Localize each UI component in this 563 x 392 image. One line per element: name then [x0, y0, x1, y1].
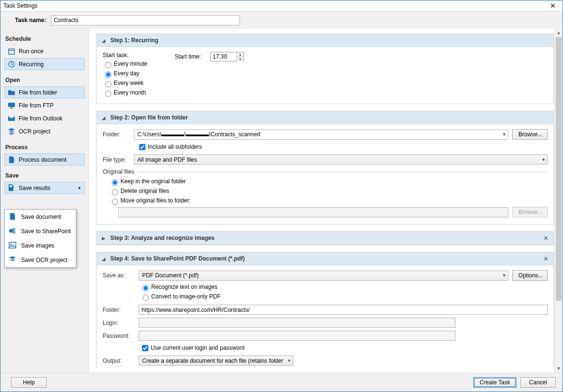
sidebar-item-file-from-outlook[interactable]: File from Outlook	[4, 112, 84, 124]
step-2-header[interactable]: ◢ Step 2: Open file from folder	[97, 111, 553, 124]
save-as-value: PDF Document (*.pdf)	[142, 272, 199, 279]
file-type-combo[interactable]: All image and PDF files ▼	[134, 154, 548, 165]
password-label: Password:	[103, 333, 139, 339]
output-combo[interactable]: Create a separate document for each file…	[139, 356, 293, 366]
menu-label: Save images	[21, 242, 54, 249]
sidebar-item-file-from-folder[interactable]: File from folder	[4, 86, 84, 98]
sidebar-label: Process document	[19, 156, 66, 163]
include-subfolders-checkbox[interactable]: Include all subfolders	[137, 143, 202, 152]
save-results-menu: Save document Save to SharePoint Save im…	[4, 209, 76, 268]
menu-label: Save to SharePoint	[21, 228, 71, 235]
sp-folder-label: Folder:	[103, 307, 139, 313]
sidebar-item-save-results[interactable]: Save results ▼	[4, 182, 84, 194]
sidebar-label: Save results	[19, 185, 50, 191]
save-as-combo[interactable]: PDF Document (*.pdf) ▼	[139, 271, 508, 281]
step-3-panel: ▶ Step 3: Analyze and recognize images ✕	[96, 231, 554, 245]
create-task-button[interactable]: Create Task	[473, 377, 516, 388]
radio-every-day[interactable]: Every day	[103, 70, 156, 78]
file-type-label: File type:	[103, 156, 134, 163]
svg-rect-3	[8, 103, 15, 107]
chevron-down-icon: ▼	[287, 358, 291, 363]
spin-up-icon[interactable]: ▲	[237, 52, 243, 57]
radio-every-month[interactable]: Every month	[103, 89, 156, 97]
step-1-panel: ◢ Step 1: Recurring Start task: Every mi…	[96, 34, 554, 104]
task-name-input[interactable]	[51, 15, 240, 25]
svg-point-7	[12, 231, 15, 234]
scroll-track[interactable]	[555, 37, 563, 365]
bottom-bar: Help Create Task Cancel	[0, 373, 563, 392]
step-4-header[interactable]: ◢ Step 4: Save to SharePoint PDF Documen…	[97, 252, 553, 265]
process-heading: Process	[5, 144, 84, 151]
scroll-thumb[interactable]	[556, 37, 562, 301]
options-button[interactable]: Options...	[512, 270, 548, 281]
step-title: Step 1: Recurring	[110, 37, 158, 44]
scroll-down-icon[interactable]: ▼	[555, 365, 563, 373]
close-step-icon[interactable]: ✕	[543, 255, 549, 262]
svg-point-6	[12, 228, 15, 231]
original-files-group: Original files Keep in the original fold…	[103, 168, 548, 217]
radio-image-only[interactable]: Convert to image-only PDF	[140, 293, 548, 301]
content-pane: ◢ Step 1: Recurring Start task: Every mi…	[89, 29, 563, 373]
menu-item-save-images[interactable]: Save images	[5, 238, 76, 253]
sidebar: Schedule Run once Recurring Open File fr…	[0, 29, 89, 373]
move-folder-input	[118, 207, 508, 217]
step-2-panel: ◢ Step 2: Open file from folder Folder: …	[96, 111, 554, 225]
radio-keep-original[interactable]: Keep in the original folder	[109, 178, 548, 186]
radio-delete-original[interactable]: Delete original files	[109, 188, 548, 195]
title-bar: Task Settings ✕	[0, 0, 563, 12]
use-current-user-checkbox[interactable]: Use current user login and password	[140, 344, 244, 353]
document-icon	[7, 155, 16, 164]
output-value: Create a separate document for each file…	[142, 357, 283, 364]
sidebar-label: Recurring	[19, 61, 44, 68]
help-button[interactable]: Help	[11, 377, 47, 388]
document-icon	[9, 213, 17, 221]
start-time-spinner[interactable]: 17:30 ▲▼	[210, 52, 244, 61]
vertical-scrollbar[interactable]: ▲ ▼	[554, 29, 563, 373]
output-label: Output:	[103, 357, 139, 364]
sidebar-label: File from Outlook	[19, 115, 62, 122]
sidebar-item-ocr-project[interactable]: OCR project	[4, 125, 84, 137]
sidebar-label: File from FTP	[19, 102, 54, 109]
image-icon	[9, 241, 17, 250]
move-browse-button: Browse...	[512, 207, 548, 217]
step-3-header[interactable]: ▶ Step 3: Analyze and recognize images ✕	[97, 232, 553, 245]
login-label: Login:	[103, 320, 139, 326]
cancel-button[interactable]: Cancel	[520, 377, 556, 388]
browse-button[interactable]: Browse...	[512, 129, 548, 140]
menu-item-save-sharepoint[interactable]: Save to SharePoint	[5, 224, 76, 238]
step-1-header[interactable]: ◢ Step 1: Recurring	[97, 34, 553, 47]
sp-folder-input[interactable]	[139, 305, 548, 315]
main-area: Schedule Run once Recurring Open File fr…	[0, 29, 563, 373]
radio-every-week[interactable]: Every week	[103, 80, 156, 87]
password-input	[139, 331, 455, 341]
scroll-up-icon[interactable]: ▲	[555, 29, 563, 37]
sidebar-item-file-from-ftp[interactable]: File from FTP	[4, 99, 84, 111]
schedule-heading: Schedule	[5, 36, 84, 42]
chevron-down-icon: ▼	[502, 273, 506, 278]
folder-combo[interactable]: C:\Users\▬▬▬▬\▬▬▬▬\Contracts_scanned ▼	[134, 130, 508, 140]
original-files-legend: Original files	[103, 168, 137, 175]
menu-item-save-document[interactable]: Save document	[5, 210, 76, 224]
sidebar-item-run-once[interactable]: Run once	[4, 45, 84, 57]
expand-icon: ▶	[102, 236, 106, 241]
layers-icon	[9, 256, 17, 264]
menu-label: Save document	[21, 214, 61, 220]
collapse-icon: ◢	[102, 115, 106, 120]
start-time-label: Start time:	[175, 53, 201, 60]
spin-down-icon[interactable]: ▼	[237, 57, 243, 61]
menu-item-save-ocr-project[interactable]: Save OCR project	[5, 253, 76, 267]
close-icon[interactable]: ✕	[546, 2, 560, 10]
sidebar-item-recurring[interactable]: Recurring	[4, 58, 84, 70]
save-heading: Save	[5, 172, 84, 179]
recurring-icon	[7, 60, 16, 69]
chevron-down-icon: ▼	[541, 157, 546, 162]
sidebar-item-process-document[interactable]: Process document	[4, 154, 84, 166]
save-as-label: Save as:	[103, 272, 139, 279]
sharepoint-icon	[9, 227, 17, 236]
svg-rect-8	[9, 242, 16, 248]
radio-recognize-text[interactable]: Recognize text on images	[140, 284, 548, 291]
radio-move-original[interactable]: Move original files to folder:	[109, 197, 548, 205]
radio-every-minute[interactable]: Every minute	[103, 60, 156, 68]
close-step-icon[interactable]: ✕	[543, 235, 549, 242]
start-time-value: 17:30	[213, 53, 227, 60]
